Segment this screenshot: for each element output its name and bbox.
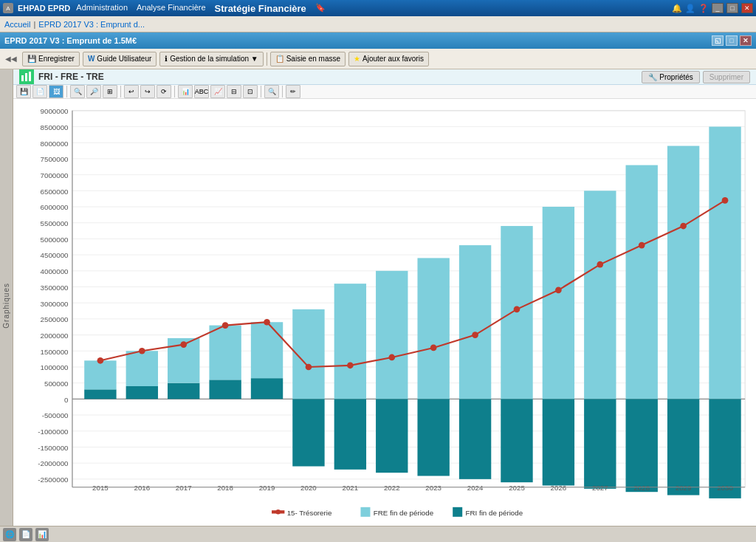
minimize-button[interactable]: _ (712, 3, 724, 13)
chart-tool-15[interactable]: 🔍 (264, 85, 279, 98)
chart-tool-3[interactable]: 🖼 (49, 85, 63, 98)
guide-icon: W (88, 55, 94, 63)
svg-rect-1 (25, 73, 27, 81)
chart-tool-10[interactable]: 📊 (178, 85, 193, 98)
tre-dot-2024 (472, 332, 478, 338)
saisie-button[interactable]: 📋 Saisie en masse (270, 52, 346, 66)
tre-dot-2015 (97, 357, 104, 364)
bookmark-icon[interactable]: 🔖 (315, 3, 326, 14)
tre-dot-2020 (306, 364, 312, 371)
tre-dot-2030 (722, 197, 729, 204)
title-bar-menu: Administration Analyse Financière Straté… (76, 3, 326, 14)
enregistrer-label: Enregistrer (38, 55, 75, 63)
bar-2019-fre (251, 322, 283, 378)
window-restore-button[interactable]: ◱ (712, 35, 724, 46)
chart-tool-11[interactable]: ABC (194, 85, 209, 98)
bar-2025-fri (501, 399, 532, 482)
svg-text:1500000: 1500000 (41, 348, 69, 356)
bar-2018-fri (209, 380, 241, 399)
svg-text:2020: 2020 (300, 484, 317, 492)
menu-strategie[interactable]: Stratégie Financière (215, 3, 306, 14)
chart-tool-sep-4 (261, 86, 261, 97)
chart-tool-4[interactable]: 🔍 (70, 85, 85, 98)
svg-text:1000000: 1000000 (41, 363, 69, 371)
chart-tool-8[interactable]: ↪ (140, 85, 155, 98)
bar-2019-fri (251, 378, 283, 399)
svg-text:5500000: 5500000 (41, 219, 69, 227)
chart-tool-7[interactable]: ↩ (124, 85, 139, 98)
svg-text:9000000: 9000000 (41, 107, 69, 115)
svg-text:2015: 2015 (92, 484, 109, 492)
breadcrumb-eprd[interactable]: EPRD 2017 V3 : Emprunt d... (38, 20, 145, 29)
svg-text:3500000: 3500000 (41, 284, 69, 292)
app-icon: A (3, 3, 13, 13)
bar-2028-fri (626, 399, 658, 492)
chart-tool-9[interactable]: ⟳ (157, 85, 171, 98)
main-container: Graphiques FRI - FRE - TRE 🔧 Propriétés … (0, 69, 756, 542)
svg-text:2029: 2029 (676, 484, 692, 492)
nav-arrow-left[interactable]: ◀◀ (3, 54, 19, 64)
chart-tool-1[interactable]: 💾 (16, 85, 31, 98)
bar-2021-fri (334, 399, 366, 469)
window-close-button[interactable]: ✕ (740, 35, 752, 46)
svg-text:2022: 2022 (384, 484, 400, 492)
chart-tool-sep-1 (66, 86, 67, 97)
bottom-bar: 🌐 📄 📊 (0, 526, 756, 542)
svg-text:4500000: 4500000 (41, 251, 69, 259)
chart-toolbar: 💾 📄 🖼 🔍 🔎 ⊞ ↩ ↪ ⟳ 📊 ABC 📈 ⊟ ⊡ 🔍 ✏ (13, 85, 756, 99)
tre-dot-2017 (180, 341, 187, 348)
svg-text:2016: 2016 (134, 484, 150, 492)
close-button[interactable]: ✕ (741, 3, 753, 13)
help-icon[interactable]: ❓ (698, 4, 709, 13)
bar-2020-fri (292, 399, 324, 466)
title-bar: A EHPAD EPRD Administration Analyse Fina… (0, 0, 756, 16)
chart-tool-14[interactable]: ⊡ (243, 85, 258, 98)
chart-tool-2[interactable]: 📄 (32, 85, 47, 98)
gestion-button[interactable]: ℹ Gestion de la simulation ▼ (159, 52, 263, 66)
breadcrumb-accueil[interactable]: Accueil (4, 20, 30, 29)
svg-text:6000000: 6000000 (41, 203, 69, 211)
toolbar-separator-1 (267, 52, 267, 66)
proprietes-button[interactable]: 🔧 Propriétés (642, 71, 700, 83)
enregistrer-button[interactable]: 💾 Enregistrer (22, 52, 80, 66)
supprimer-label: Supprimer (709, 73, 743, 81)
gestion-icon: ℹ (165, 55, 168, 63)
guide-button[interactable]: W Guide Utilisateur (83, 52, 157, 66)
bar-2030-fre (709, 127, 740, 399)
window-maximize-button[interactable]: □ (726, 35, 738, 46)
bottom-globe-icon[interactable]: 🌐 (3, 528, 16, 541)
chart-tool-5[interactable]: 🔎 (86, 85, 101, 98)
bar-2023-fri (417, 399, 449, 476)
bar-2024-fri (459, 399, 491, 478)
supprimer-button[interactable]: Supprimer (703, 71, 750, 83)
chart-tool-6[interactable]: ⊞ (103, 85, 117, 98)
bell-icon: 🔔 (672, 4, 682, 13)
favoris-button[interactable]: ★ Ajouter aux favoris (348, 52, 429, 66)
svg-text:6500000: 6500000 (41, 188, 69, 196)
svg-text:3000000: 3000000 (41, 300, 69, 308)
tre-dot-2027 (597, 261, 603, 268)
bar-2027-fre (584, 191, 616, 399)
svg-text:2019: 2019 (259, 484, 275, 492)
menu-administration[interactable]: Administration (76, 3, 128, 14)
menu-analyse[interactable]: Analyse Financière (137, 3, 206, 14)
bar-2024-fre (459, 245, 491, 399)
bottom-doc-icon[interactable]: 📄 (19, 528, 32, 541)
svg-text:-500000: -500000 (42, 411, 69, 419)
maximize-button[interactable]: □ (726, 3, 738, 13)
chart-tool-16[interactable]: ✏ (286, 85, 300, 98)
svg-text:8000000: 8000000 (41, 140, 69, 148)
chart-tool-13[interactable]: ⊟ (227, 85, 241, 98)
svg-rect-73 (360, 507, 370, 517)
sidebar-label: Graphiques (2, 283, 10, 329)
tre-dot-2025 (514, 306, 520, 313)
wrench-icon: 🔧 (648, 73, 657, 81)
window-title-actions: ◱ □ ✕ (712, 35, 752, 46)
bar-2028-fre (626, 165, 658, 399)
svg-text:7000000: 7000000 (41, 171, 69, 179)
chart-tool-12[interactable]: 📈 (210, 85, 225, 98)
bottom-chart-icon[interactable]: 📊 (35, 528, 49, 541)
svg-rect-2 (29, 72, 31, 81)
svg-text:2024: 2024 (467, 484, 484, 492)
save-icon: 💾 (27, 55, 36, 63)
